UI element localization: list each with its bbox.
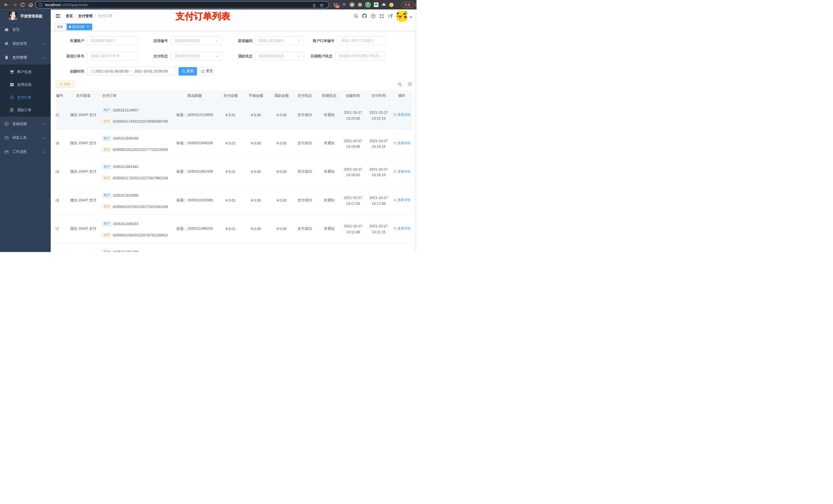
svg-text:?: ? <box>373 15 374 18</box>
